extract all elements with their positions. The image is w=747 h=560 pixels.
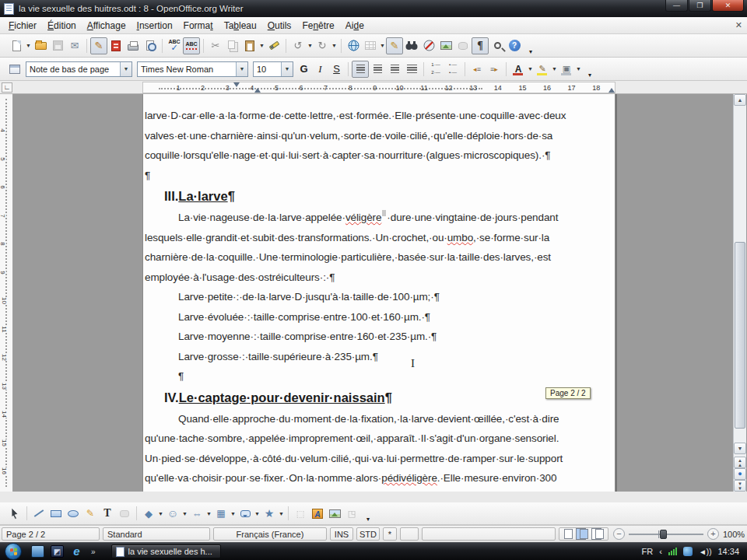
list-line[interactable]: Larve·évoluée·:·taille·comprise·entre·10… bbox=[145, 307, 612, 327]
block-arrows-button[interactable]: ⇔ bbox=[188, 505, 205, 522]
scroll-down-icon[interactable]: ▼ bbox=[734, 443, 746, 454]
highlighting-button[interactable]: ✎ bbox=[534, 61, 551, 78]
new-document-button[interactable] bbox=[8, 37, 25, 54]
copy-button[interactable] bbox=[224, 37, 241, 54]
zoom-slider-thumb[interactable] bbox=[660, 530, 667, 539]
basic-shapes-button[interactable]: ◆ bbox=[140, 505, 157, 522]
export-pdf-button[interactable] bbox=[107, 37, 124, 54]
zoom-button[interactable] bbox=[489, 37, 506, 54]
stars-dropdown-icon[interactable]: ▼ bbox=[278, 511, 285, 516]
pilcrow-mark[interactable]: ¶ bbox=[145, 166, 612, 186]
extrusion-button[interactable]: ◳ bbox=[343, 505, 360, 522]
minimize-button[interactable]: — bbox=[665, 0, 688, 12]
paste-button[interactable] bbox=[241, 37, 258, 54]
decrease-indent-button[interactable]: ◂≡ bbox=[468, 61, 486, 78]
highlighting-dropdown-icon[interactable]: ▼ bbox=[551, 66, 558, 72]
text-line[interactable]: Quand·elle·approche·du·moment·de·la·fixa… bbox=[145, 409, 612, 429]
font-dropdown-icon[interactable]: ▼ bbox=[236, 62, 247, 76]
text-line[interactable]: qu'une·tache·sombre,·appelée·impropremen… bbox=[145, 429, 612, 449]
tray-language-indicator[interactable]: FR bbox=[642, 547, 654, 556]
list-line[interactable]: Larve·moyenne·:·taille·comprise·entre·16… bbox=[145, 327, 612, 347]
vertical-ruler[interactable]: 45678910111213141516 bbox=[0, 94, 13, 492]
font-name-combo[interactable]: Times New Roman ▼ bbox=[137, 61, 248, 77]
text-line[interactable]: larve·D·car·elle·a·la·forme·de·cette·let… bbox=[145, 106, 612, 126]
footnote-anchor[interactable] bbox=[382, 210, 386, 216]
new-document-dropdown-icon[interactable]: ▼ bbox=[25, 43, 32, 48]
help-button[interactable]: ? bbox=[506, 37, 523, 54]
paragraph-style-combo[interactable]: Note de bas de page ▼ bbox=[26, 61, 132, 77]
heading-4[interactable]: IV.Le·captage·pour·devenir·naissain¶ bbox=[145, 387, 612, 409]
ellipse-tool-button[interactable] bbox=[65, 505, 82, 522]
toolbar-overflow-icon[interactable]: ▾ bbox=[529, 48, 532, 57]
callouts-button[interactable] bbox=[237, 505, 254, 522]
increase-indent-button[interactable]: ≡▸ bbox=[486, 61, 503, 78]
tab-stop-selector[interactable]: ∟ bbox=[2, 82, 12, 93]
zoom-out-icon[interactable]: − bbox=[613, 528, 625, 540]
book-view-icon[interactable] bbox=[595, 529, 604, 539]
styles-panel-button[interactable] bbox=[6, 61, 23, 78]
save-button[interactable] bbox=[49, 37, 66, 54]
stars-button[interactable]: ★ bbox=[261, 505, 278, 522]
network-status-icon[interactable] bbox=[683, 547, 693, 556]
start-button[interactable] bbox=[5, 543, 22, 560]
print-button[interactable] bbox=[124, 37, 142, 54]
data-sources-button[interactable] bbox=[454, 37, 472, 54]
multi-page-view-icon[interactable] bbox=[580, 529, 588, 539]
taskbar-task-button[interactable]: la vie sexuelle des h... bbox=[111, 544, 221, 558]
text-line[interactable]: La·vie·nageuse·de·la·larve·appelée·vélig… bbox=[145, 208, 612, 228]
bullet-list-button[interactable]: •·—•·— bbox=[444, 61, 461, 78]
menu-tableau[interactable]: Tableau bbox=[219, 18, 262, 33]
text-line[interactable]: qu'elle·va·choisir·pour·se·fixer.·On·la·… bbox=[145, 468, 612, 488]
italic-button[interactable]: I bbox=[312, 61, 328, 77]
status-insert-mode[interactable]: INS bbox=[330, 527, 353, 541]
edit-file-button[interactable]: ✎ bbox=[90, 37, 107, 54]
open-button[interactable] bbox=[32, 37, 49, 54]
undo-button[interactable]: ↺ bbox=[289, 37, 307, 54]
heading-3[interactable]: III.La·larve¶ bbox=[145, 185, 612, 208]
numbered-list-button[interactable]: 1·—2·— bbox=[427, 61, 444, 78]
left-indent-marker[interactable] bbox=[254, 88, 261, 93]
text-line[interactable]: coquille·lorsqu'elle·nage·et·qui·lui·ser… bbox=[145, 145, 612, 166]
table-dropdown-icon[interactable]: ▼ bbox=[379, 43, 386, 48]
paste-dropdown-icon[interactable]: ▼ bbox=[258, 43, 265, 48]
network-signal-icon[interactable] bbox=[668, 548, 677, 555]
menu-fenetre[interactable]: Fenêtre bbox=[296, 18, 339, 33]
toolbar-overflow-icon[interactable]: ▾ bbox=[366, 516, 370, 524]
insert-picture-button[interactable] bbox=[326, 505, 343, 522]
menu-affichage[interactable]: Affichage bbox=[82, 18, 132, 33]
flowchart-dropdown-icon[interactable]: ▼ bbox=[230, 511, 237, 516]
size-dropdown-icon[interactable]: ▼ bbox=[281, 62, 293, 76]
vertical-scroll-thumb[interactable] bbox=[735, 242, 745, 429]
email-button[interactable]: ✉ bbox=[66, 37, 83, 54]
toolbar-overflow-icon[interactable]: ▾ bbox=[588, 72, 591, 80]
close-document-icon[interactable]: ✕ bbox=[735, 20, 742, 30]
hyperlink-button[interactable] bbox=[345, 37, 362, 54]
align-left-button[interactable] bbox=[352, 61, 369, 78]
basic-shapes-dropdown-icon[interactable]: ▼ bbox=[157, 511, 164, 516]
menu-insertion[interactable]: Insertion bbox=[132, 18, 178, 33]
previous-page-icon[interactable]: ▲▲ bbox=[734, 457, 746, 468]
list-line[interactable]: Larve·grosse·:·taille·supérieure·à·235·µ… bbox=[145, 347, 612, 367]
undo-dropdown-icon[interactable]: ▼ bbox=[307, 43, 314, 48]
first-line-indent-marker[interactable] bbox=[233, 82, 240, 87]
list-line[interactable]: Larve·petite·:·de·la·larve·D·jusqu'à·la·… bbox=[145, 287, 612, 307]
status-page-number[interactable]: Page 2 / 2 bbox=[2, 527, 100, 541]
right-indent-marker[interactable] bbox=[608, 88, 615, 93]
status-page-style[interactable]: Standard bbox=[103, 527, 210, 541]
page-preview-button[interactable] bbox=[142, 37, 159, 54]
vertical-scrollbar[interactable]: ▲ ▼ ▲▲ ● ▼▼ bbox=[733, 94, 746, 492]
rectangle-tool-button[interactable] bbox=[47, 505, 65, 522]
symbol-shapes-dropdown-icon[interactable]: ▼ bbox=[181, 511, 188, 516]
underline-button[interactable]: S bbox=[328, 61, 345, 77]
align-center-button[interactable] bbox=[369, 61, 386, 78]
zoom-slider[interactable]: − + bbox=[612, 527, 721, 541]
text-line[interactable]: valves·et·une·charnière·ainsi·qu'un·velu… bbox=[145, 126, 612, 146]
tray-expand-chevron[interactable]: ‹ bbox=[659, 547, 662, 556]
redo-button[interactable]: ↻ bbox=[314, 37, 331, 54]
cut-button[interactable]: ✂ bbox=[207, 37, 224, 54]
font-color-button[interactable]: A bbox=[510, 61, 527, 78]
status-zoom-level[interactable]: 100% bbox=[722, 527, 745, 541]
navigator-button[interactable] bbox=[420, 37, 437, 54]
menu-aide[interactable]: Aide bbox=[340, 18, 370, 33]
scroll-up-icon[interactable]: ▲ bbox=[734, 94, 746, 106]
